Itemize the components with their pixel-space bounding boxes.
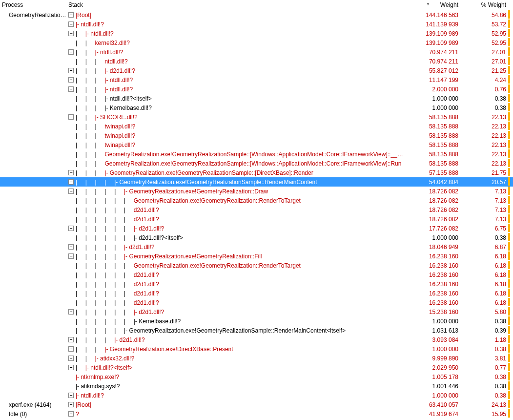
expand-icon[interactable]: +	[68, 411, 74, 417]
column-header-process[interactable]: Process	[0, 1, 68, 8]
expand-icon[interactable]: +	[68, 77, 74, 83]
weight-cell: 18.726 082	[406, 216, 458, 223]
tree-row[interactable]: −| | | |- GeometryRealization.exe!Geomet…	[0, 168, 513, 177]
tree-row[interactable]: Idle (0)+?41.919 67415.95	[0, 409, 513, 419]
collapse-icon[interactable]: −	[68, 49, 74, 55]
expand-icon[interactable]: +	[68, 68, 74, 73]
tree-row[interactable]: xperf.exe (4164)+[Root]63.410 05724.13	[0, 400, 513, 409]
tree-row[interactable]: +| | | | | | |- d2d1.dll!?15.238 1605.80	[0, 307, 513, 316]
tree-row[interactable]: −| | |- ntdll.dll!?70.974 21127.01	[0, 47, 513, 57]
expand-icon[interactable]: +	[68, 226, 74, 231]
tree-row[interactable]: +| | | | | |- d2d1.dll!?18.046 9496.87	[0, 242, 513, 252]
tree-row[interactable]: +| | | | |- d2d1.dll!?3.093 0841.18	[0, 335, 513, 344]
expand-icon[interactable]: +	[68, 337, 74, 342]
stack-frame-label: |- GeometryRealization.exe!GeometryReali…	[104, 169, 313, 176]
collapse-icon[interactable]: −	[68, 31, 74, 36]
expander-placeholder	[68, 124, 74, 129]
tree-row[interactable]: GeometryRealization...−[Root]144.146 563…	[0, 10, 513, 20]
tree-row[interactable]: −| | |- SHCORE.dll!?58.135 88822.13	[0, 112, 513, 122]
stack-cell: | | | GeometryRealization.exe!GeometryRe…	[68, 151, 406, 158]
stack-cell: −| |- ntdll.dll!?	[68, 30, 406, 37]
tree-row[interactable]: | | | | | | d2d1.dll!?18.726 0827.13	[0, 214, 513, 224]
column-header-weight[interactable]: ▼ Weight	[406, 1, 458, 8]
expand-icon[interactable]: +	[68, 356, 74, 361]
tree-row[interactable]: +| | | |- ntdll.dll!?2.000 0000.76	[0, 84, 513, 94]
stack-cell: | | | | | | d2d1.dll!?	[68, 207, 406, 213]
tree-row[interactable]: +| | | |- GeometryRealization.exe!Direct…	[0, 344, 513, 354]
tree-row[interactable]: | | | twinapi.dll!?58.135 88822.13	[0, 122, 513, 131]
collapse-icon[interactable]: −	[68, 253, 74, 259]
tree-row[interactable]: −| |- ntdll.dll!?139.109 98952.95	[0, 29, 513, 38]
weight-cell: 1.000 000	[406, 392, 458, 399]
column-header-pct-weight[interactable]: % Weight	[458, 1, 506, 8]
column-header-stack[interactable]: Stack	[68, 1, 406, 8]
weight-cell: 1.000 000	[406, 105, 458, 111]
tree-row[interactable]: | | | | | | |- Kernelbase.dll!?1.000 000…	[0, 316, 513, 326]
tree-guide: | | | | | |	[76, 207, 134, 213]
tree-row[interactable]: | | | twinapi.dll!?58.135 88822.13	[0, 140, 513, 149]
tree-row[interactable]: +| | | |- ntdll.dll!?11.147 1994.24	[0, 75, 513, 84]
weight-bar-icon	[508, 159, 510, 167]
collapse-icon[interactable]: −	[68, 179, 74, 185]
stack-cell: | | | | | | d2d1.dll!?	[68, 281, 406, 288]
weight-bar-icon	[508, 252, 510, 260]
stack-frame-label: twinapi.dll!?	[104, 142, 135, 148]
tree-row[interactable]: | | | twinapi.dll!?58.135 88822.13	[0, 131, 513, 140]
collapse-icon[interactable]: −	[68, 12, 74, 18]
tree-row[interactable]: | | | | | | d2d1.dll!?16.238 1606.18	[0, 270, 513, 279]
tree-row[interactable]: +| |- ntdll.dll!?<itself>2.029 9500.77	[0, 363, 513, 372]
pct-weight-cell: 3.81	[458, 355, 506, 362]
expand-icon[interactable]: +	[68, 365, 74, 370]
tree-guide: | | | | | |	[76, 234, 134, 241]
tree-row[interactable]: +| | |- atidxx32.dll!?9.999 8903.81	[0, 354, 513, 363]
collapse-icon[interactable]: −	[68, 114, 74, 120]
stack-frame-label: |- atidxx32.dll!?	[95, 355, 135, 362]
tree-row[interactable]: | | | ntdll.dll!?70.974 21127.01	[0, 57, 513, 66]
tree-row[interactable]: | | | | | |- GeometryRealization.exe!Geo…	[0, 326, 513, 335]
tree-row[interactable]: | | | GeometryRealization.exe!GeometryRe…	[0, 149, 513, 159]
collapse-icon[interactable]: −	[68, 21, 74, 27]
tree-row[interactable]: |- atikmdag.sys!?1.001 4460.38	[0, 381, 513, 391]
expand-icon[interactable]: +	[68, 393, 74, 398]
tree-row[interactable]: |- ntkrnlmp.exe!?1.005 1780.38	[0, 372, 513, 381]
expand-icon[interactable]: +	[68, 346, 74, 352]
expand-icon[interactable]: +	[68, 86, 74, 92]
tree-row[interactable]: | | | | | | GeometryRealization.exe!Geom…	[0, 261, 513, 270]
tree-row[interactable]: | | | |- ntdll.dll!?<itself>1.000 0000.3…	[0, 94, 513, 103]
collapse-icon[interactable]: −	[68, 170, 74, 175]
tree-row[interactable]: −| | | | | |- GeometryRealization.exe!Ge…	[0, 187, 513, 196]
weight-bar-icon	[508, 84, 510, 93]
tree-row[interactable]: −| | | | |- GeometryRealization.exe!Geom…	[0, 177, 513, 187]
tree-row[interactable]: +| | | |- d2d1.dll!?55.827 01221.25	[0, 66, 513, 75]
weight-cell: 1.001 446	[406, 383, 458, 390]
weight-bar-cell	[506, 354, 511, 363]
pct-weight-cell: 1.18	[458, 336, 506, 343]
pct-weight-cell: 0.38	[458, 374, 506, 380]
tree-row[interactable]: | | | | | | GeometryRealization.exe!Geom…	[0, 196, 513, 205]
tree-guide: | | | | | |	[76, 309, 134, 315]
expand-icon[interactable]: +	[68, 402, 74, 407]
tree-guide: |	[76, 364, 85, 371]
tree-guide: | | |	[76, 77, 104, 84]
stack-frame-label: |- SHCORE.dll!?	[95, 114, 138, 121]
expand-icon[interactable]: +	[68, 244, 74, 250]
tree-row[interactable]: +|- ntdll.dll!?1.000 0000.38	[0, 391, 513, 400]
weight-bar-cell	[506, 233, 511, 242]
tree-row[interactable]: | | kernel32.dll!?139.109 98952.95	[0, 38, 513, 47]
tree-row[interactable]: −|- ntdll.dll!?141.139 93953.72	[0, 20, 513, 29]
tree-row[interactable]: | | | GeometryRealization.exe!GeometryRe…	[0, 159, 513, 168]
tree-row[interactable]: | | | | | | d2d1.dll!?18.726 0827.13	[0, 205, 513, 214]
weight-bar-icon	[508, 196, 510, 204]
tree-row[interactable]: −| | | | | |- GeometryRealization.exe!Ge…	[0, 252, 513, 261]
tree-row[interactable]: | | | |- Kernelbase.dll!?1.000 0000.38	[0, 103, 513, 112]
expand-icon[interactable]: +	[68, 309, 74, 315]
tree-row[interactable]: +| | | | | | |- d2d1.dll!?17.726 0826.75	[0, 224, 513, 233]
tree-row[interactable]: | | | | | | d2d1.dll!?16.238 1606.18	[0, 289, 513, 298]
tree-row[interactable]: | | | | | | d2d1.dll!?16.238 1606.18	[0, 279, 513, 289]
weight-bar-icon	[508, 381, 510, 390]
weight-bar-cell	[506, 84, 511, 94]
tree-row[interactable]: | | | | | | |- d2d1.dll!?<itself>1.000 0…	[0, 233, 513, 242]
collapse-icon[interactable]: −	[68, 189, 74, 194]
weight-bar-icon	[508, 94, 510, 102]
tree-row[interactable]: | | | | | | d2d1.dll!?16.238 1606.18	[0, 298, 513, 307]
